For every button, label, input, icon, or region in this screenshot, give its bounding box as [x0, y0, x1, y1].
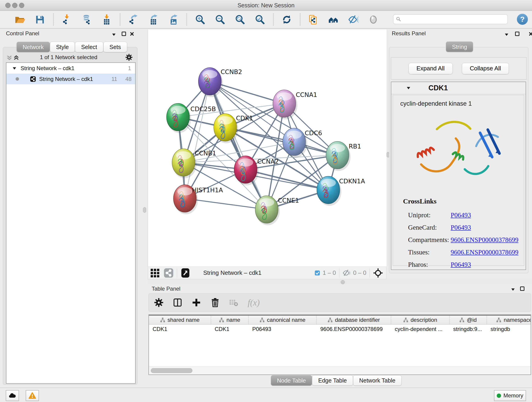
tab-select[interactable]: Select — [75, 42, 103, 52]
table-cell[interactable]: CDK1 — [211, 326, 249, 332]
column-header-description[interactable]: description — [391, 316, 450, 324]
table-panel-menu-icon[interactable] — [510, 287, 515, 292]
tab-style[interactable]: Style — [50, 42, 75, 52]
expand-all-button[interactable]: Expand All — [409, 63, 453, 74]
collection-expand-icon[interactable] — [12, 66, 17, 71]
crosslink-label: Compartments: — [408, 236, 451, 244]
column-header-name[interactable]: name — [211, 316, 249, 324]
tab-sets[interactable]: Sets — [103, 42, 127, 52]
network-collection-row[interactable]: String Network – cdk1 1 — [6, 63, 135, 74]
crosslink-link-tissues[interactable]: 9606.ENSP00000378699 — [451, 249, 519, 256]
control-panel-float-icon[interactable] — [122, 32, 126, 36]
crosslink-link-uniprot[interactable]: P06493 — [451, 211, 471, 219]
gene-section-header[interactable]: CDK1 — [391, 82, 526, 94]
table-row[interactable]: CDK1CDK1P064939606.ENSP00000378699cyclin… — [149, 325, 531, 334]
column-type-icon — [160, 317, 165, 322]
apply-preferred-layout-button[interactable] — [281, 14, 292, 25]
tab-network-table[interactable]: Network Table — [353, 375, 402, 386]
table-cell[interactable]: P06493 — [249, 326, 317, 332]
network-edge-count: 48 — [125, 76, 132, 82]
results-panel-float-icon[interactable] — [515, 32, 519, 36]
hide-selected-button[interactable] — [348, 14, 359, 25]
show-columns-icon[interactable] — [172, 298, 183, 307]
column-header-canonical-name[interactable]: canonical name — [249, 316, 317, 324]
zoom-fit-content-button[interactable] — [234, 14, 245, 25]
show-all-button[interactable] — [368, 14, 379, 25]
network-options-gear-icon[interactable] — [125, 53, 133, 61]
import-table-from-file-button[interactable] — [101, 14, 112, 25]
table-cell[interactable]: cyclin-dependent ... — [391, 326, 450, 332]
open-session-button[interactable] — [15, 14, 25, 25]
control-panel-close-icon[interactable] — [129, 32, 134, 36]
column-header-shared-name[interactable]: shared name — [149, 316, 211, 324]
tab-edge-table[interactable]: Edge Table — [312, 375, 353, 386]
expand-all-networks-icon[interactable] — [13, 54, 20, 61]
column-type-icon — [459, 317, 464, 322]
column-header-namespace[interactable]: namespace — [487, 316, 531, 324]
horizontal-splitter[interactable] — [148, 279, 532, 285]
birdseye-view-icon[interactable] — [180, 268, 190, 278]
tab-network[interactable]: Network — [17, 42, 50, 52]
table-horizontal-scrollbar[interactable] — [149, 366, 531, 375]
new-network-from-selection-button[interactable] — [308, 14, 319, 25]
table-cell[interactable]: 9606.ENSP00000378699 — [317, 326, 391, 332]
network-row-selected[interactable]: String Network – cdk1 11 48 — [6, 74, 135, 84]
table-options-gear-icon[interactable] — [154, 298, 164, 307]
column-label: shared name — [167, 317, 200, 323]
network-overview-grid-icon[interactable] — [150, 268, 160, 278]
zoom-selected-button[interactable] — [254, 14, 265, 25]
control-panel-menu-icon[interactable] — [111, 32, 116, 37]
network-label: String Network – cdk1 — [39, 76, 93, 82]
export-network-button[interactable] — [128, 14, 139, 25]
memory-button[interactable]: Memory — [494, 390, 526, 401]
crosslink-link-compartments[interactable]: 9606.ENSP00000378699 — [451, 236, 519, 244]
network-type-icon[interactable] — [164, 268, 174, 278]
delete-column-icon[interactable] — [210, 298, 220, 307]
table-cell[interactable]: CDK1 — [149, 326, 211, 332]
export-image-button[interactable] — [168, 14, 179, 25]
table-cell[interactable]: stringdb — [487, 326, 531, 332]
crosslink-label: GeneCard: — [408, 224, 451, 231]
export-table-button[interactable] — [148, 14, 159, 25]
window-title: Session: New Session — [0, 2, 532, 9]
crosslink-label: Uniprot: — [408, 211, 451, 219]
network-canvas[interactable]: CCNB2 CCNA1 CDC25B CDK1 CDC6 RB1 CCNB1 — [148, 30, 387, 267]
search-box[interactable] — [393, 14, 508, 24]
save-session-button[interactable] — [35, 14, 45, 25]
first-neighbors-button[interactable] — [328, 14, 339, 25]
crosslink-row: Compartments:9606.ENSP00000378699 — [408, 234, 518, 246]
fit-selection-crosshair-icon[interactable] — [373, 268, 383, 278]
column-header-database-identifier[interactable]: database identifier — [317, 316, 391, 324]
table-cell[interactable]: stringdb:9... — [450, 326, 487, 332]
cloud-button[interactable] — [6, 390, 19, 401]
import-network-from-file-button[interactable] — [61, 14, 72, 25]
gene-collapse-icon[interactable] — [406, 85, 411, 90]
tab-node-table[interactable]: Node Table — [271, 375, 312, 386]
collapse-all-button[interactable]: Collapse All — [462, 63, 509, 74]
zoom-in-button[interactable] — [195, 14, 206, 25]
results-tab-string[interactable]: String — [446, 41, 473, 52]
search-input[interactable] — [402, 14, 507, 24]
selected-nodes-checkbox[interactable] — [314, 270, 320, 276]
crosslinks-title: CrossLinks — [403, 197, 437, 205]
warnings-button[interactable] — [26, 390, 39, 401]
collapse-all-networks-icon[interactable] — [6, 54, 13, 61]
left-splitter-handle[interactable] — [143, 207, 146, 213]
hidden-eye-icon[interactable] — [342, 269, 351, 277]
help-button[interactable]: ? — [517, 14, 528, 25]
table-toolbar: f(x) — [148, 293, 531, 312]
results-panel-menu-icon[interactable] — [504, 32, 509, 37]
crosslink-link-genecard[interactable]: P06493 — [451, 224, 471, 231]
table-panel-title: Table Panel — [152, 286, 180, 292]
splitter-grab-dot[interactable] — [341, 280, 345, 284]
crosslinks-list: Uniprot:P06493GeneCard:P06493Compartment… — [408, 209, 518, 271]
add-column-icon[interactable] — [191, 298, 201, 307]
scrollbar-thumb[interactable] — [151, 368, 192, 373]
column-header-at-id[interactable]: @id — [450, 316, 487, 324]
network-node-count: 11 — [111, 76, 117, 82]
zoom-out-button[interactable] — [215, 14, 225, 25]
crosslink-link-pharos[interactable]: P06493 — [451, 261, 471, 268]
table-panel-float-icon[interactable] — [520, 287, 525, 291]
import-network-from-database-button[interactable] — [81, 14, 92, 25]
results-panel-close-icon[interactable] — [528, 32, 532, 36]
